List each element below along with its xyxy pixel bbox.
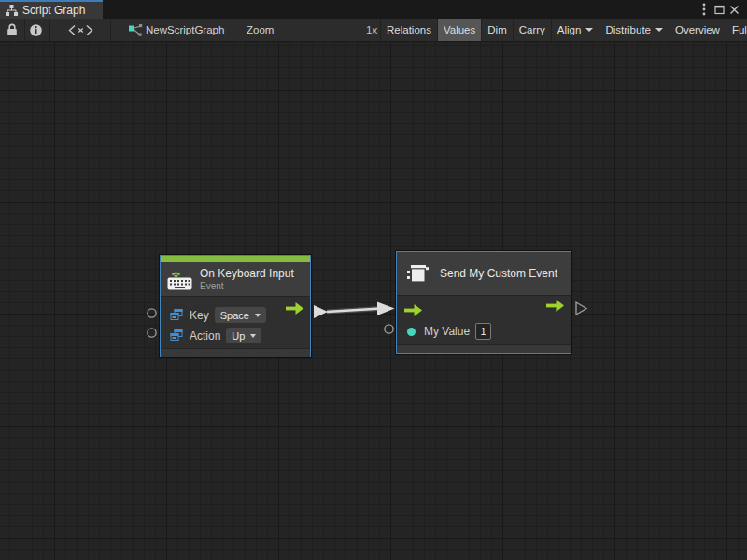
graph-canvas[interactable] [0, 42, 747, 560]
distribute-dropdown-button[interactable]: Distribute [599, 19, 669, 41]
info-icon[interactable] [29, 19, 43, 41]
tab-title: Script Graph [22, 4, 85, 17]
custom-event-icon [406, 263, 430, 284]
code-angle-icon[interactable] [68, 19, 93, 41]
graph-name-label[interactable]: NewScriptGraph [146, 19, 224, 41]
close-icon[interactable] [726, 0, 741, 19]
my-value-outer-port-circle[interactable] [383, 323, 395, 335]
action-dropdown[interactable]: Up [226, 328, 261, 343]
port-row-my-value: My Value 1 [397, 321, 571, 342]
node-footer [397, 344, 571, 353]
script-graph-window: Script Graph [0, 0, 747, 560]
flow-port-row [397, 300, 571, 320]
graph-hierarchy-icon [6, 5, 18, 16]
chevron-down-icon [250, 334, 256, 338]
port-row-action: Action Up [161, 326, 310, 345]
object-variable-icon [170, 309, 183, 321]
node-header: On Keyboard Input Event [161, 262, 310, 297]
lock-icon[interactable] [7, 19, 18, 41]
tab-script-graph[interactable]: Script Graph [0, 0, 103, 19]
my-value-input[interactable]: 1 [475, 323, 491, 340]
flow-output-port[interactable] [286, 301, 303, 318]
keyboard-icon [167, 269, 192, 290]
values-button[interactable]: Values [437, 19, 481, 41]
zoom-label: Zoom [247, 19, 274, 41]
flow-output-port[interactable] [546, 299, 564, 315]
node-title: On Keyboard Input [200, 267, 294, 280]
key-dropdown[interactable]: Space [215, 307, 266, 323]
chevron-down-icon [585, 28, 593, 32]
graph-toolbar: NewScriptGraph Zoom 1x Relations Values … [0, 19, 747, 42]
chevron-down-icon [255, 314, 261, 317]
carry-button[interactable]: Carry [513, 19, 551, 41]
chevron-down-icon [655, 28, 663, 32]
action-input-port-circle[interactable] [146, 327, 158, 339]
event-node-accent-bar [161, 256, 310, 262]
relations-button[interactable]: Relations [380, 19, 437, 41]
port-label: My Value [424, 325, 470, 338]
script-graph-asset-icon [129, 19, 143, 41]
node-on-keyboard-input[interactable]: On Keyboard Input Event Key Space [160, 255, 311, 357]
kebab-menu-icon[interactable] [697, 0, 712, 19]
node-subtitle: Event [200, 281, 294, 291]
zoom-value: 1x [366, 19, 377, 41]
value-port-dot[interactable] [407, 328, 416, 336]
align-dropdown-button[interactable]: Align [551, 19, 599, 41]
object-variable-icon [170, 329, 183, 342]
toolbar-buttons: Relations Values Dim Carry Align Distrib… [380, 19, 747, 41]
maximize-icon[interactable] [712, 0, 726, 19]
port-label: Key [190, 309, 209, 322]
flow-continue-port-triangle[interactable] [574, 301, 589, 316]
full-screen-button[interactable]: Full Screen [726, 19, 747, 41]
node-body: Key Space Action [161, 297, 310, 348]
key-input-port-circle[interactable] [146, 307, 158, 319]
node-header: Send My Custom Event [397, 252, 571, 296]
node-body: My Value 1 [397, 296, 571, 344]
title-bar: Script Graph [0, 0, 747, 19]
port-label: Action [190, 329, 220, 343]
dim-button[interactable]: Dim [481, 19, 512, 41]
flow-input-port[interactable] [404, 304, 422, 316]
node-send-my-custom-event[interactable]: Send My Custom Event My Value 1 [396, 251, 571, 354]
node-title: Send My Custom Event [440, 267, 557, 280]
node-footer [161, 348, 310, 357]
overview-button[interactable]: Overview [669, 19, 726, 41]
